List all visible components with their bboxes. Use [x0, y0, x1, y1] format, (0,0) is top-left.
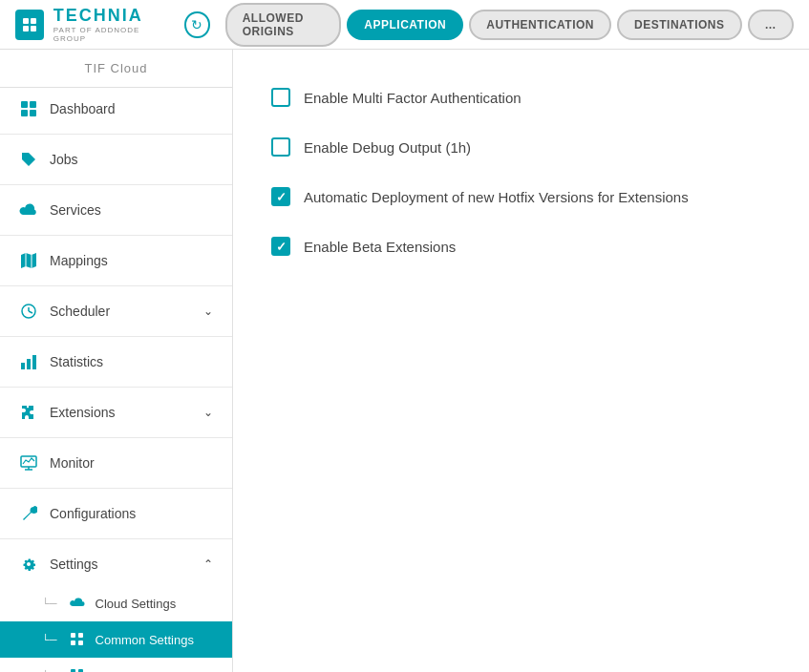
tab-allowed-origins[interactable]: ALLOWED ORIGINS	[225, 3, 342, 47]
sidebar-sub-common-settings[interactable]: └─ Common Settings	[0, 621, 232, 658]
tab-authentication[interactable]: AUTHENTICATION	[469, 10, 611, 40]
svg-rect-1	[31, 18, 36, 24]
puzzle-icon	[19, 403, 38, 422]
svg-rect-0	[23, 18, 29, 24]
svg-rect-4	[21, 101, 28, 108]
branch-line: └─	[42, 598, 57, 609]
tab-more[interactable]: …	[748, 10, 795, 40]
svg-rect-20	[71, 633, 75, 638]
chevron-up-icon: ⌃	[203, 557, 213, 571]
checkbox-debug[interactable]	[271, 137, 290, 157]
sidebar-sub-feature-settings[interactable]: └─ Feature Settings	[0, 658, 232, 672]
gear-icon	[19, 555, 38, 574]
svg-marker-8	[21, 253, 36, 268]
svg-rect-23	[78, 640, 83, 645]
svg-rect-5	[30, 101, 36, 108]
svg-rect-3	[31, 26, 36, 32]
content-area: Enable Multi Factor Authentication Enabl…	[233, 50, 809, 672]
checkbox-label-mfa: Enable Multi Factor Authentication	[304, 90, 522, 106]
wrench-icon	[19, 504, 38, 523]
tab-application[interactable]: APPLICATION	[347, 10, 463, 40]
sidebar-label-statistics: Statistics	[50, 354, 103, 369]
grid-icon	[19, 99, 38, 118]
svg-rect-7	[30, 110, 36, 116]
sidebar-label-mappings: Mappings	[50, 253, 108, 268]
sidebar-label-configurations: Configurations	[50, 506, 136, 521]
checkbox-row-hotfix: Automatic Deployment of new Hotfix Versi…	[271, 187, 771, 206]
checkbox-beta[interactable]	[271, 237, 290, 256]
sidebar-item-monitor[interactable]: Monitor	[0, 442, 232, 484]
svg-rect-22	[71, 640, 75, 645]
tag-icon	[19, 150, 38, 169]
map-icon	[19, 251, 38, 270]
sidebar-label-feature-settings: Feature Settings	[96, 669, 186, 673]
grid-sub-icon	[69, 631, 86, 648]
sidebar-label-settings: Settings	[50, 556, 98, 572]
sidebar-item-services[interactable]: Services	[0, 189, 232, 231]
sidebar-item-scheduler[interactable]: Scheduler ⌄	[0, 290, 232, 332]
svg-rect-15	[27, 359, 31, 369]
logo-text: TECHNIA PART OF ADDNODE GROUP	[53, 6, 167, 43]
sidebar-label-monitor: Monitor	[50, 455, 95, 471]
chevron-down-icon: ⌄	[203, 304, 213, 318]
tab-bar: ALLOWED ORIGINS APPLICATION AUTHENTICATI…	[225, 3, 794, 47]
logo-subtitle: PART OF ADDNODE GROUP	[53, 26, 167, 43]
sidebar-label-scheduler: Scheduler	[50, 304, 110, 319]
svg-rect-6	[21, 110, 28, 116]
svg-rect-16	[32, 355, 36, 369]
top-bar: TECHNIA PART OF ADDNODE GROUP ↻ ALLOWED …	[0, 0, 809, 50]
sidebar-item-configurations[interactable]: Configurations	[0, 493, 232, 535]
chevron-down-icon-ext: ⌄	[203, 406, 213, 419]
nav-back-button[interactable]: ↻	[184, 11, 209, 38]
svg-line-13	[29, 311, 32, 313]
cloud-icon	[19, 200, 38, 220]
sidebar-label-extensions: Extensions	[50, 405, 115, 420]
checkbox-row-beta: Enable Beta Extensions	[271, 237, 771, 256]
checkbox-hotfix[interactable]	[271, 187, 290, 206]
sidebar-item-dashboard[interactable]: Dashboard	[0, 88, 232, 130]
main-layout: TIF Cloud Dashboard Jobs	[0, 50, 809, 672]
sidebar-item-extensions[interactable]: Extensions ⌄	[0, 391, 232, 433]
checkbox-label-debug: Enable Debug Output (1h)	[304, 139, 471, 156]
clock-icon	[19, 302, 38, 321]
monitor-icon	[19, 453, 38, 472]
logo-title: TECHNIA	[53, 6, 167, 26]
cloud-sub-icon	[69, 595, 86, 612]
sidebar-label-services: Services	[50, 202, 101, 218]
logo-icon	[15, 10, 44, 40]
logo-area: TECHNIA PART OF ADDNODE GROUP ↻	[15, 6, 210, 43]
sidebar-label-cloud-settings: Cloud Settings	[96, 597, 177, 611]
sidebar-label-jobs: Jobs	[50, 152, 78, 167]
branch-line2: └─	[42, 634, 57, 645]
tab-destinations[interactable]: DESTINATIONS	[617, 10, 741, 40]
checkbox-label-beta: Enable Beta Extensions	[304, 239, 456, 255]
sidebar-item-statistics[interactable]: Statistics	[0, 341, 232, 383]
sidebar-label-common-settings: Common Settings	[96, 633, 194, 647]
checkbox-row-debug: Enable Debug Output (1h)	[271, 137, 771, 157]
sidebar-item-jobs[interactable]: Jobs	[0, 138, 232, 180]
sidebar-item-mappings[interactable]: Mappings	[0, 240, 232, 282]
sidebar-sub-cloud-settings[interactable]: └─ Cloud Settings	[0, 585, 232, 621]
feature-icon	[69, 667, 86, 672]
bar-chart-icon	[19, 352, 38, 371]
svg-rect-14	[21, 363, 25, 369]
sidebar-label-dashboard: Dashboard	[50, 101, 116, 116]
checkbox-mfa[interactable]	[271, 88, 290, 107]
sidebar-brand: TIF Cloud	[0, 50, 232, 88]
checkbox-label-hotfix: Automatic Deployment of new Hotfix Versi…	[304, 189, 689, 205]
sidebar-item-settings[interactable]: Settings ⌃	[0, 543, 232, 585]
svg-rect-21	[78, 633, 83, 638]
sidebar: TIF Cloud Dashboard Jobs	[0, 50, 233, 672]
svg-rect-2	[23, 26, 29, 32]
checkbox-row-mfa: Enable Multi Factor Authentication	[271, 88, 771, 107]
